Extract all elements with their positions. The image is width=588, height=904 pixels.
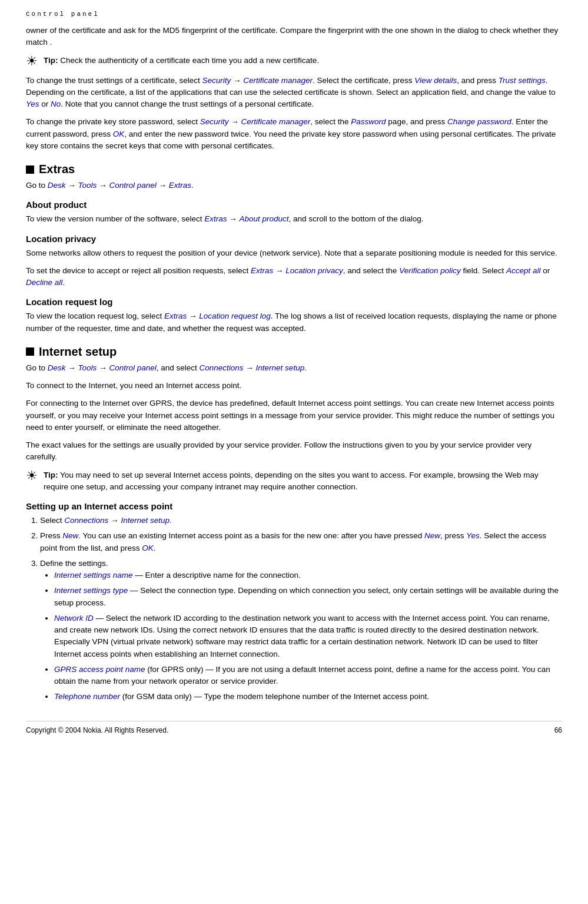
internet-setup-para3: The exact values for the settings are us… — [26, 439, 562, 463]
password-link[interactable]: Password — [351, 117, 386, 126]
new-link-1[interactable]: New — [62, 531, 78, 540]
yes-link-1[interactable]: Yes — [26, 100, 39, 108]
tip-icon-1: ☀ — [26, 55, 38, 68]
location-request-log-para: To view the location request log, select… — [26, 310, 562, 335]
accept-all-link[interactable]: Accept all — [506, 266, 541, 275]
internet-setup-heading: Internet setup — [39, 345, 117, 359]
verification-policy-link[interactable]: Verification policy — [399, 266, 461, 275]
location-request-log-link[interactable]: Location request log — [199, 312, 271, 320]
trust-settings-link[interactable]: Trust settings — [499, 76, 546, 85]
no-link-1[interactable]: No — [51, 100, 61, 108]
extras-nav: Go to Desk → Tools → Control panel → Ext… — [26, 180, 562, 191]
connections-link-1[interactable]: Connections — [200, 363, 244, 372]
ok-link-1[interactable]: OK — [113, 130, 125, 138]
tip-box-1: ☀ Tip: Check the authenticity of a certi… — [26, 55, 562, 68]
tip-text-1: Tip: Check the authenticity of a certifi… — [44, 55, 319, 67]
internet-settings-type-link[interactable]: Internet settings type — [54, 586, 128, 595]
gprs-access-point-name-link[interactable]: GPRS access point name — [54, 665, 145, 674]
about-product-link[interactable]: About product — [239, 214, 288, 223]
bullet-internet-settings-type: Internet settings type — Select the conn… — [54, 585, 562, 609]
new-link-2[interactable]: New — [424, 531, 440, 540]
internet-setup-section-square — [26, 347, 34, 356]
internet-setup-section-heading-block: Internet setup — [26, 345, 562, 359]
internet-setup-link-1[interactable]: Internet setup — [256, 363, 305, 372]
extras-link-3[interactable]: Extras — [251, 266, 273, 275]
intro-para3: To change the private key store password… — [26, 116, 562, 152]
internet-settings-name-link[interactable]: Internet settings name — [54, 571, 133, 580]
footer-copyright: Copyright © 2004 Nokia. All Rights Reser… — [26, 726, 168, 734]
telephone-number-link[interactable]: Telephone number — [54, 692, 120, 701]
bullet-internet-settings-name: Internet settings name — Enter a descrip… — [54, 569, 562, 581]
location-privacy-link[interactable]: Location privacy — [285, 266, 343, 275]
extras-heading: Extras — [39, 163, 75, 176]
tools-link-2[interactable]: Tools — [78, 363, 97, 372]
page-footer: Copyright © 2004 Nokia. All Rights Reser… — [26, 721, 562, 734]
network-id-link[interactable]: Network ID — [54, 614, 94, 622]
security-link-1[interactable]: Security — [202, 76, 231, 85]
control-panel-link-2[interactable]: Control panel — [109, 363, 156, 372]
setup-step-1: Select Connections → Internet setup. — [40, 515, 562, 526]
bullet-gprs-access-point-name: GPRS access point name (for GPRS only) —… — [54, 664, 562, 688]
tip-box-2: ☀ Tip: You may need to set up several In… — [26, 469, 562, 494]
tip-text-2: Tip: You may need to set up several Inte… — [44, 469, 562, 494]
location-privacy-para1: Some networks allow others to request th… — [26, 247, 562, 259]
intro-para1: owner of the certificate and ask for the… — [26, 25, 562, 49]
desk-link-2[interactable]: Desk — [48, 363, 66, 372]
bullet-network-id: Network ID — Select the network ID accor… — [54, 612, 562, 660]
security-link-2[interactable]: Security — [200, 117, 229, 126]
intro-para2: To change the trust settings of a certif… — [26, 75, 562, 111]
setup-step-2: Press New. You can use an existing Inter… — [40, 530, 562, 554]
page-header: Control panel — [26, 6, 562, 18]
internet-setup-link-2[interactable]: Internet setup — [121, 516, 170, 525]
extras-section-square — [26, 165, 34, 174]
header-title: Control panel — [26, 11, 99, 18]
setup-step-3: Define the settings. Internet settings n… — [40, 558, 562, 703]
about-product-para: To view the version number of the softwa… — [26, 213, 562, 225]
certificate-manager-link-1[interactable]: Certificate manager — [243, 76, 313, 85]
settings-bullets-list: Internet settings name — Enter a descrip… — [54, 569, 562, 703]
desk-link-1[interactable]: Desk — [48, 181, 66, 190]
bullet-telephone-number: Telephone number (for GSM data only) — T… — [54, 691, 562, 703]
about-product-heading: About product — [26, 200, 562, 210]
internet-setup-nav: Go to Desk → Tools → Control panel, and … — [26, 362, 562, 374]
location-privacy-para2: To set the device to accept or reject al… — [26, 265, 562, 289]
extras-link-1[interactable]: Extras — [169, 181, 191, 190]
decline-all-link[interactable]: Decline all — [26, 278, 62, 287]
control-panel-link-1[interactable]: Control panel — [109, 181, 156, 190]
setup-steps-list: Select Connections → Internet setup. Pre… — [40, 515, 562, 703]
yes-link-2[interactable]: Yes — [466, 531, 480, 540]
internet-setup-para2: For connecting to the Internet over GPRS… — [26, 398, 562, 433]
tools-link-1[interactable]: Tools — [78, 181, 97, 190]
location-request-log-heading: Location request log — [26, 297, 562, 307]
extras-link-4[interactable]: Extras — [164, 312, 187, 320]
ok-link-2[interactable]: OK — [142, 544, 154, 552]
connections-link-2[interactable]: Connections — [64, 516, 108, 525]
change-password-link[interactable]: Change password — [447, 117, 511, 126]
extras-link-2[interactable]: Extras — [204, 214, 227, 223]
tip-icon-2: ☀ — [26, 469, 38, 482]
internet-setup-para1: To connect to the Internet, you need an … — [26, 380, 562, 392]
certificate-manager-link-2[interactable]: Certificate manager — [241, 117, 310, 126]
extras-section-heading-block: Extras — [26, 163, 562, 176]
view-details-link[interactable]: View details — [414, 76, 457, 85]
footer-page-number: 66 — [554, 726, 562, 734]
location-privacy-heading: Location privacy — [26, 234, 562, 244]
setting-up-heading: Setting up an Internet access point — [26, 501, 562, 511]
